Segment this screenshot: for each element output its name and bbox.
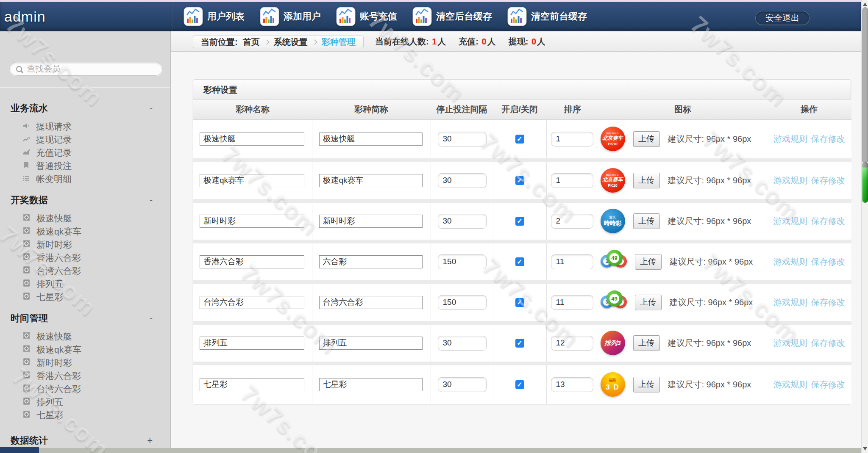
sidebar-section-header[interactable]: 数据统计 +	[11, 434, 170, 447]
sidebar-item[interactable]: 香港六合彩	[11, 251, 170, 264]
lottery-name-input[interactable]	[200, 337, 304, 350]
sidebar-item[interactable]: 台湾六合彩	[11, 382, 170, 395]
sort-order-input[interactable]	[551, 214, 593, 229]
sidebar-item[interactable]: 七星彩	[11, 290, 170, 304]
topnav-button[interactable]: 清空后台缓存	[412, 7, 492, 26]
logout-button[interactable]: 安全退出	[755, 11, 810, 25]
scrollbar-green-handle[interactable]	[862, 162, 868, 203]
upload-button[interactable]: 上传	[635, 295, 662, 310]
sidebar-item[interactable]: 充值记录	[11, 146, 170, 159]
lottery-name-input[interactable]	[200, 133, 304, 146]
lottery-name-input[interactable]	[200, 296, 304, 309]
action-link[interactable]: 保存修改	[811, 379, 845, 390]
sidebar-section-header[interactable]: 开奖数据 -	[11, 194, 170, 207]
lottery-shortname-input[interactable]	[319, 296, 423, 309]
lottery-shortname-input[interactable]	[319, 337, 423, 350]
sidebar-item[interactable]: 新时时彩	[11, 356, 170, 369]
upload-button[interactable]: 上传	[633, 173, 660, 188]
enabled-checkbox[interactable]: ✓	[515, 380, 524, 389]
stop-interval-input[interactable]	[438, 173, 487, 188]
action-link[interactable]: 游戏规则	[773, 297, 807, 308]
sidebar-item-label: 提现请求	[36, 121, 72, 133]
sidebar-item-label: 极速qk赛车	[36, 226, 81, 238]
scrollbar-thumb[interactable]	[862, 7, 868, 162]
topnav-button[interactable]: 添加用户	[260, 7, 321, 26]
sidebar-item[interactable]: 普通投注	[11, 159, 170, 172]
upload-button[interactable]: 上传	[635, 254, 662, 270]
sidebar-item[interactable]: 七星彩	[11, 409, 170, 422]
stop-interval-input[interactable]	[438, 336, 487, 351]
lottery-shortname-input[interactable]	[319, 215, 423, 228]
lottery-shortname-input[interactable]	[319, 378, 423, 391]
sidebar-item[interactable]: 极速快艇	[11, 330, 170, 343]
action-link[interactable]: 保存修改	[811, 297, 845, 308]
upload-button[interactable]: 上传	[633, 131, 660, 147]
stop-interval-input[interactable]	[438, 214, 487, 229]
sort-order-input[interactable]	[551, 132, 593, 146]
action-link[interactable]: 保存修改	[811, 175, 845, 186]
action-link[interactable]: 保存修改	[811, 133, 845, 145]
section-toggle-icon: -	[150, 103, 153, 114]
sidebar-section-header[interactable]: 时间管理 -	[11, 312, 170, 325]
enabled-checkbox[interactable]: ✓	[515, 339, 524, 348]
enabled-checkbox[interactable]: ✓	[515, 176, 524, 185]
action-link[interactable]: 游戏规则	[773, 133, 807, 145]
lottery-name-input[interactable]	[200, 378, 304, 391]
sidebar-item[interactable]: 排列五	[11, 395, 170, 409]
action-link[interactable]: 游戏规则	[773, 379, 807, 390]
sidebar-item-label: 提现记录	[36, 134, 72, 146]
topnav-button[interactable]: 用户列表	[184, 7, 245, 26]
scrollbar-up-arrow-icon[interactable]	[863, 3, 867, 6]
sidebar-item[interactable]: 新时时彩	[11, 238, 170, 251]
enabled-checkbox[interactable]: ✓	[515, 135, 524, 144]
action-link[interactable]: 保存修改	[811, 215, 845, 227]
breadcrumb-current: 彩种管理	[322, 36, 356, 48]
sidebar-item[interactable]: 极速qk赛车	[11, 343, 170, 356]
search-input[interactable]	[27, 64, 154, 74]
lottery-shortname-input[interactable]	[319, 255, 423, 268]
sidebar-item[interactable]: 极速快艇	[11, 212, 170, 225]
action-link[interactable]: 游戏规则	[773, 256, 807, 268]
enabled-checkbox[interactable]: ✓	[515, 298, 524, 307]
stop-interval-input[interactable]	[438, 132, 487, 146]
table-row: ✓ 福彩3 D 上传 建议尺寸: 96px * 96px 游戏规则保存修改	[193, 363, 851, 404]
sort-order-input[interactable]	[551, 377, 593, 392]
enabled-checkbox[interactable]: ✓	[515, 217, 524, 226]
sidebar-section-title: 数据统计	[11, 434, 48, 447]
sidebar-item[interactable]: 提现请求	[11, 120, 170, 133]
action-link[interactable]: 游戏规则	[773, 175, 807, 186]
lottery-name-input[interactable]	[200, 174, 304, 187]
sidebar-item[interactable]: 帐变明细	[11, 172, 170, 185]
upload-button[interactable]: 上传	[633, 213, 660, 229]
sort-order-input[interactable]	[551, 295, 593, 310]
page-scrollbar[interactable]	[861, 0, 868, 453]
scrollbar-down-arrow-icon[interactable]	[863, 447, 867, 450]
sidebar-section-header[interactable]: 业务流水 -	[11, 102, 170, 115]
lottery-shortname-input[interactable]	[319, 174, 423, 187]
enabled-checkbox[interactable]: ✓	[515, 257, 524, 266]
breadcrumb-link[interactable]: 首页	[243, 36, 260, 48]
sidebar-item[interactable]: 提现记录	[11, 133, 170, 146]
sidebar-item[interactable]: 排列五	[11, 277, 170, 290]
sort-order-input[interactable]	[551, 336, 593, 351]
breadcrumb-link[interactable]: 系统设置	[274, 36, 308, 48]
upload-button[interactable]: 上传	[633, 335, 660, 351]
lottery-name-input[interactable]	[200, 215, 304, 228]
topnav-button[interactable]: 清空前台缓存	[507, 7, 587, 26]
sidebar-item[interactable]: 香港六合彩	[11, 369, 170, 382]
sidebar-item[interactable]: 台湾六合彩	[11, 264, 170, 277]
upload-button[interactable]: 上传	[633, 377, 660, 392]
sidebar-item[interactable]: 极速qk赛车	[11, 225, 170, 238]
stop-interval-input[interactable]	[438, 295, 487, 310]
lottery-name-input[interactable]	[200, 255, 304, 268]
action-link[interactable]: 保存修改	[811, 256, 845, 268]
action-link[interactable]: 游戏规则	[773, 337, 807, 349]
stop-interval-input[interactable]	[438, 254, 487, 269]
stop-interval-input[interactable]	[438, 377, 487, 392]
sort-order-input[interactable]	[551, 254, 593, 269]
lottery-shortname-input[interactable]	[319, 133, 423, 146]
topnav-button[interactable]: 账号充值	[336, 7, 397, 26]
sort-order-input[interactable]	[551, 173, 593, 188]
action-link[interactable]: 保存修改	[811, 337, 845, 349]
action-link[interactable]: 游戏规则	[773, 215, 807, 227]
